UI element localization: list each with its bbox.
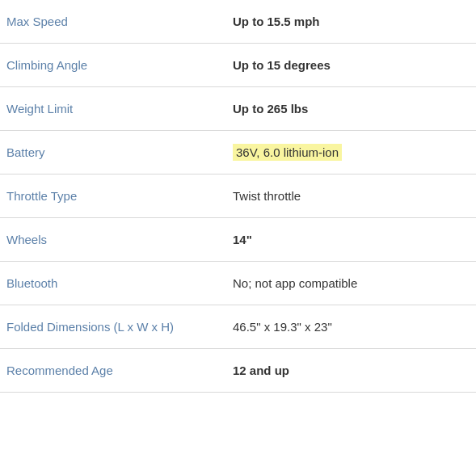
specs-table: Max SpeedUp to 15.5 mphClimbing AngleUp … [0, 0, 476, 393]
spec-row-max-speed: Max SpeedUp to 15.5 mph [0, 0, 476, 44]
spec-value-climbing-angle: Up to 15 degrees [233, 58, 470, 72]
spec-label-weight-limit: Weight Limit [6, 102, 233, 116]
spec-label-max-speed: Max Speed [6, 15, 233, 28]
spec-value-recommended-age: 12 and up [233, 364, 470, 377]
spec-label-throttle-type: Throttle Type [6, 189, 233, 203]
spec-row-folded-dimensions: Folded Dimensions (L x W x H)46.5" x 19.… [0, 305, 476, 349]
spec-value-battery: 36V, 6.0 lithium-ion [233, 145, 470, 159]
spec-row-climbing-angle: Climbing AngleUp to 15 degrees [0, 44, 476, 87]
spec-value-folded-dimensions: 46.5" x 19.3" x 23" [233, 320, 470, 334]
spec-row-recommended-age: Recommended Age12 and up [0, 349, 476, 393]
spec-value-wheels: 14" [233, 233, 470, 246]
spec-label-battery: Battery [6, 145, 233, 159]
spec-value-weight-limit: Up to 265 lbs [233, 102, 470, 116]
spec-label-bluetooth: Bluetooth [6, 276, 233, 290]
spec-label-climbing-angle: Climbing Angle [6, 58, 233, 72]
spec-value-throttle-type: Twist throttle [233, 189, 470, 203]
spec-row-throttle-type: Throttle TypeTwist throttle [0, 174, 476, 218]
spec-row-weight-limit: Weight LimitUp to 265 lbs [0, 87, 476, 131]
spec-value-bluetooth: No; not app compatible [233, 276, 470, 290]
spec-row-bluetooth: BluetoothNo; not app compatible [0, 262, 476, 305]
spec-row-battery: Battery36V, 6.0 lithium-ion [0, 131, 476, 174]
spec-row-wheels: Wheels14" [0, 218, 476, 262]
spec-label-recommended-age: Recommended Age [6, 364, 233, 377]
spec-label-folded-dimensions: Folded Dimensions (L x W x H) [6, 320, 233, 334]
spec-label-wheels: Wheels [6, 233, 233, 246]
spec-value-max-speed: Up to 15.5 mph [233, 15, 470, 28]
